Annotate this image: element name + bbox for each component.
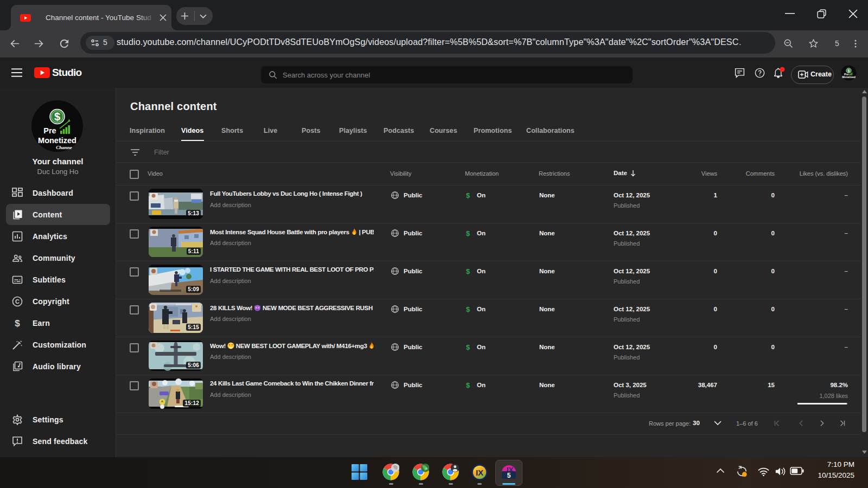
svg-text:Monetized: Monetized bbox=[842, 75, 856, 79]
svg-text:IX: IX bbox=[476, 468, 483, 477]
svg-text:C: C bbox=[15, 298, 20, 305]
svg-text:Pre: Pre bbox=[43, 126, 56, 135]
svg-text:$: $ bbox=[848, 69, 850, 73]
svg-text:$: $ bbox=[15, 318, 20, 329]
svg-text:$: $ bbox=[54, 111, 60, 123]
svg-text:Monetized: Monetized bbox=[38, 136, 76, 145]
svg-text:Channe: Channe bbox=[56, 145, 72, 150]
svg-text:5: 5 bbox=[507, 472, 511, 479]
